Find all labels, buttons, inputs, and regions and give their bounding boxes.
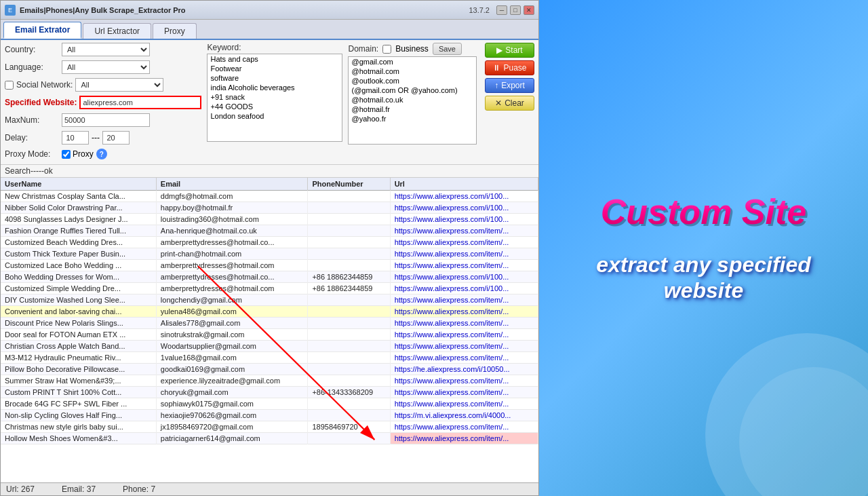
- keyword-item[interactable]: London seafood: [208, 111, 342, 121]
- export-button[interactable]: ↑ Export: [485, 78, 534, 93]
- cell-url: https://www.aliexpress.com/i/100...: [390, 283, 538, 294]
- col-url: Url: [390, 178, 538, 191]
- col-email: Email: [156, 178, 308, 191]
- domain-item[interactable]: @hotmail.com: [349, 66, 476, 76]
- export-icon: ↑: [494, 81, 498, 90]
- title-bar: E Emails|Phones|Any Bulk Scrape_Extracto…: [1, 1, 538, 20]
- cell-email: Ana-henrique@hotmail.co.uk: [156, 225, 308, 237]
- cell-username: Pillow Boho Decorative Pillowcase...: [1, 364, 156, 375]
- table-row[interactable]: Pillow Boho Decorative Pillowcase...good…: [1, 364, 538, 375]
- table-row[interactable]: 4098 Sunglasses Ladys Designer J...louis…: [1, 214, 538, 225]
- table-row[interactable]: Convenient and labor-saving chai...yulen…: [1, 306, 538, 318]
- table-row[interactable]: Brocade 64G FC SFP+ SWL Fiber ...sophiaw…: [1, 398, 538, 410]
- specified-website-input[interactable]: [79, 96, 201, 109]
- tab-proxy[interactable]: Proxy: [153, 23, 197, 39]
- table-row[interactable]: Customized Beach Wedding Dres...amberpre…: [1, 237, 538, 248]
- pause-button[interactable]: ⏸ Puase: [485, 60, 534, 75]
- tab-url-extractor[interactable]: Url Extractor: [83, 23, 151, 39]
- cell-url: https://m.vi.aliexpress.com/i/4000...: [390, 410, 538, 421]
- help-button[interactable]: ?: [96, 149, 107, 159]
- social-network-select[interactable]: All: [75, 78, 163, 92]
- data-table: UserName Email PhoneNumber Url New Chris…: [1, 178, 538, 444]
- domain-item[interactable]: (@gmail.com OR @yahoo.com): [349, 85, 476, 95]
- domain-item[interactable]: @yahoo.fr: [349, 114, 476, 123]
- email-status: Email: 37: [62, 484, 96, 494]
- save-button[interactable]: Save: [433, 43, 462, 55]
- domain-item[interactable]: @hotmail.co.uk: [349, 95, 476, 104]
- table-row[interactable]: Christian Cross Apple Watch Band...Wooda…: [1, 341, 538, 352]
- social-network-checkbox[interactable]: [5, 81, 14, 90]
- table-header-row: UserName Email PhoneNumber Url: [1, 178, 538, 191]
- clear-button[interactable]: ✕ Clear: [485, 96, 534, 111]
- domain-item[interactable]: @outlook.com: [349, 76, 476, 85]
- domain-business-checkbox[interactable]: [382, 45, 391, 54]
- cell-email: sophiawyk0175@gmail.com: [156, 398, 308, 410]
- table-row[interactable]: Boho Wedding Dresses for Wom...amberpret…: [1, 271, 538, 283]
- keyword-item[interactable]: software: [208, 73, 342, 83]
- cell-phone: [308, 318, 390, 329]
- table-body: New Christmas Cosplay Santa Cla...ddmgfs…: [1, 191, 538, 444]
- keyword-item[interactable]: india Alcoholic beverages: [208, 83, 342, 92]
- table-row[interactable]: Fashion Orange Ruffles Tiered Tull...Ana…: [1, 225, 538, 237]
- table-row[interactable]: DIY Customize Washed Long Slee...longche…: [1, 294, 538, 306]
- keyword-item[interactable]: +44 GOODS: [208, 102, 342, 111]
- delay-from-input[interactable]: [62, 131, 89, 145]
- keyword-list[interactable]: Hats and caps Footwear software india Al…: [207, 54, 342, 142]
- cell-url: https://www.aliexpress.com/item/...: [390, 318, 538, 329]
- cell-phone: [308, 202, 390, 214]
- table-row[interactable]: Customized Simple Wedding Dre...amberpre…: [1, 283, 538, 294]
- keyword-item[interactable]: +91 snack: [208, 92, 342, 102]
- specified-website-row: Specified Website:: [5, 96, 201, 109]
- clear-icon: ✕: [495, 98, 502, 108]
- minimize-button[interactable]: ─: [496, 5, 507, 15]
- maxnum-row: MaxNum:: [5, 113, 201, 127]
- tab-email-extractor[interactable]: Email Extrator: [3, 22, 81, 39]
- table-row[interactable]: Hollow Mesh Shoes Women&#3...patriciagar…: [1, 433, 538, 444]
- cell-phone: +86-13433368209: [308, 387, 390, 398]
- social-network-row: Social Network: All: [5, 78, 201, 92]
- table-row[interactable]: Summer Straw Hat Women&#39;...experience…: [1, 375, 538, 387]
- table-row[interactable]: M3-M12 Hydraulic Pneumatic Riv...1value1…: [1, 352, 538, 364]
- cell-url: https://www.aliexpress.com/item/...: [390, 352, 538, 364]
- table-row[interactable]: Nibber Solid Color Drawstring Par...happ…: [1, 202, 538, 214]
- table-row[interactable]: Door seal for FOTON Auman ETX ...sinotru…: [1, 329, 538, 341]
- table-row[interactable]: Custom PRINT T Shirt 100% Cott...choryuk…: [1, 387, 538, 398]
- cell-phone: [308, 329, 390, 341]
- cell-url: https://www.aliexpress.com/item/...: [390, 421, 538, 433]
- maximize-button[interactable]: □: [510, 5, 521, 15]
- keyword-item[interactable]: Footwear: [208, 64, 342, 73]
- custom-site-title: Custom Site: [601, 193, 806, 231]
- table-row[interactable]: Christmas new style girls baby sui...jx1…: [1, 421, 538, 433]
- proxy-checkbox[interactable]: [62, 150, 71, 159]
- table-row[interactable]: New Christmas Cosplay Santa Cla...ddmgfs…: [1, 191, 538, 202]
- cell-username: Summer Straw Hat Women&#39;...: [1, 375, 156, 387]
- table-row[interactable]: Non-slip Cycling Gloves Half Fing...hexi…: [1, 410, 538, 421]
- keyword-item[interactable]: Hats and caps: [208, 54, 342, 64]
- domain-item[interactable]: @hotmail.fr: [349, 104, 476, 114]
- cell-username: Customized Simple Wedding Dre...: [1, 283, 156, 294]
- start-button[interactable]: ▶ Start: [485, 43, 534, 58]
- table-row[interactable]: Customized Lace Boho Wedding ...amberpre…: [1, 260, 538, 271]
- cell-url: https://www.aliexpress.com/item/...: [390, 260, 538, 271]
- maxnum-input[interactable]: [62, 113, 150, 127]
- specified-website-label: Specified Website:: [5, 98, 77, 107]
- cell-username: Christmas new style girls baby sui...: [1, 421, 156, 433]
- search-status: Search-----ok: [1, 165, 538, 178]
- cell-username: Boho Wedding Dresses for Wom...: [1, 271, 156, 283]
- pause-icon: ⏸: [492, 63, 500, 73]
- cell-username: Non-slip Cycling Gloves Half Fing...: [1, 410, 156, 421]
- domain-item[interactable]: @gmail.com: [349, 57, 476, 66]
- delay-to-input[interactable]: [102, 131, 130, 145]
- data-table-wrapper[interactable]: UserName Email PhoneNumber Url New Chris…: [1, 178, 538, 482]
- country-label: Country:: [5, 45, 59, 54]
- language-select[interactable]: All: [62, 60, 150, 74]
- cell-username: Custom Thick Texture Paper Busin...: [1, 248, 156, 260]
- domain-list[interactable]: @gmail.com @hotmail.com @outlook.com (@g…: [348, 56, 477, 145]
- cell-username: Door seal for FOTON Auman ETX ...: [1, 329, 156, 341]
- country-select[interactable]: All: [62, 43, 150, 56]
- table-container-wrapper: UserName Email PhoneNumber Url New Chris…: [1, 178, 538, 482]
- table-row[interactable]: Discount Price New Polaris Slings...Alis…: [1, 318, 538, 329]
- close-button[interactable]: ✕: [524, 5, 534, 15]
- app-title: Emails|Phones|Any Bulk Scrape_Extractor …: [20, 6, 469, 14]
- table-row[interactable]: Custom Thick Texture Paper Busin...print…: [1, 248, 538, 260]
